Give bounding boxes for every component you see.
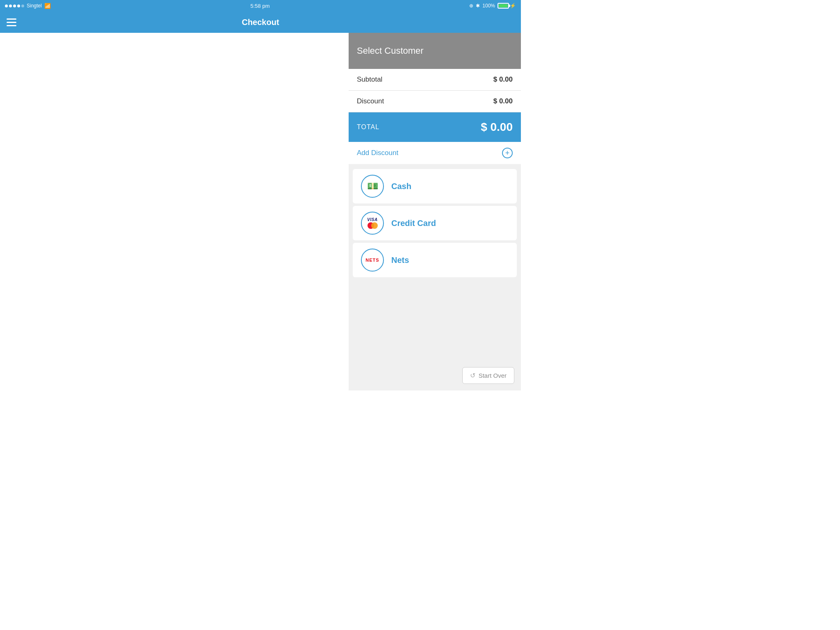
battery-container: ⚡ xyxy=(498,3,516,9)
menu-button[interactable] xyxy=(7,18,16,26)
refresh-icon: ↺ xyxy=(470,372,475,379)
battery-icon xyxy=(498,3,509,9)
battery-fill xyxy=(499,4,508,7)
signal-dot-4 xyxy=(17,5,20,7)
discount-value: $ 0.00 xyxy=(493,97,513,105)
nets-icon-circle: NETS xyxy=(361,249,384,272)
credit-card-icon-circle: VISA xyxy=(361,212,384,235)
select-customer-section[interactable]: Select Customer xyxy=(349,33,521,69)
mastercard-logo xyxy=(368,222,378,229)
charging-icon: ⚡ xyxy=(510,3,516,9)
hamburger-line-3 xyxy=(7,25,16,26)
right-panel: Select Customer Subtotal $ 0.00 Discount… xyxy=(349,33,521,390)
mc-right-circle xyxy=(371,222,378,229)
status-right: ⊕ ✱ 100% ⚡ xyxy=(469,3,516,9)
time-label: 5:58 pm xyxy=(251,3,270,9)
subtotal-row: Subtotal $ 0.00 xyxy=(349,69,521,91)
discount-row: Discount $ 0.00 xyxy=(349,91,521,112)
credit-card-label: Credit Card xyxy=(391,219,436,228)
hamburger-line-2 xyxy=(7,22,16,23)
total-value: $ 0.00 xyxy=(481,121,513,134)
status-left: Singtel 📶 xyxy=(5,3,51,9)
cash-label: Cash xyxy=(391,182,411,191)
credit-card-payment-option[interactable]: VISA Credit Card xyxy=(353,206,517,240)
visa-logo: VISA xyxy=(367,217,377,222)
signal-dot-5 xyxy=(21,5,24,7)
subtotal-value: $ 0.00 xyxy=(493,75,513,84)
total-label: TOTAL xyxy=(357,123,379,131)
nets-payment-option[interactable]: NETS Nets xyxy=(353,243,517,277)
carrier-label: Singtel xyxy=(27,3,42,9)
nets-label: Nets xyxy=(391,256,409,265)
add-discount-label: Add Discount xyxy=(357,149,398,157)
battery-percent: 100% xyxy=(482,3,495,9)
signal-dot-2 xyxy=(9,5,12,7)
cash-icon-circle: 💵 xyxy=(361,175,384,198)
start-over-section: ↺ Start Over xyxy=(349,363,521,390)
start-over-label: Start Over xyxy=(479,372,507,379)
header: Checkout xyxy=(0,11,521,33)
signal-dots xyxy=(5,5,24,7)
subtotal-label: Subtotal xyxy=(357,75,382,84)
payment-section: 💵 Cash VISA Credit Card xyxy=(349,164,521,363)
discount-label: Discount xyxy=(357,97,384,105)
plus-circle-icon: + xyxy=(502,148,513,158)
nets-logo: NETS xyxy=(365,258,379,262)
page-title: Checkout xyxy=(242,18,279,27)
hamburger-line-1 xyxy=(7,18,16,20)
summary-section: Subtotal $ 0.00 Discount $ 0.00 xyxy=(349,69,521,112)
main-layout: Select Customer Subtotal $ 0.00 Discount… xyxy=(0,33,521,390)
cash-icon: 💵 xyxy=(367,181,378,192)
bluetooth-icon: ✱ xyxy=(476,3,480,9)
select-customer-label: Select Customer xyxy=(357,46,424,56)
status-bar: Singtel 📶 5:58 pm ⊕ ✱ 100% ⚡ xyxy=(0,0,521,11)
wifi-icon: 📶 xyxy=(44,3,51,9)
cash-payment-option[interactable]: 💵 Cash xyxy=(353,169,517,203)
start-over-button[interactable]: ↺ Start Over xyxy=(462,367,514,384)
location-icon: ⊕ xyxy=(469,3,473,9)
total-row: TOTAL $ 0.00 xyxy=(349,112,521,142)
card-logos: VISA xyxy=(367,217,377,229)
signal-dot-3 xyxy=(13,5,16,7)
signal-dot-1 xyxy=(5,5,8,7)
add-discount-button[interactable]: Add Discount + xyxy=(349,142,521,164)
left-panel xyxy=(0,33,349,390)
